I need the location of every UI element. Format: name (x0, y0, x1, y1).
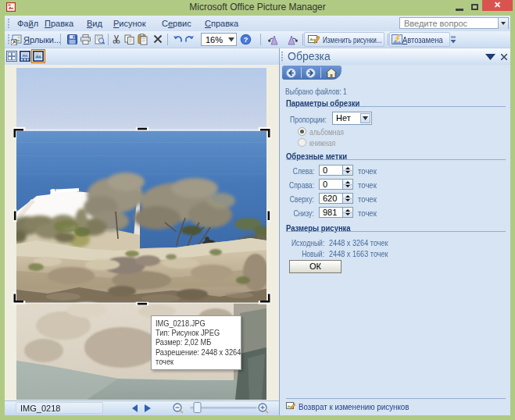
svg-text:?: ? (244, 35, 249, 44)
